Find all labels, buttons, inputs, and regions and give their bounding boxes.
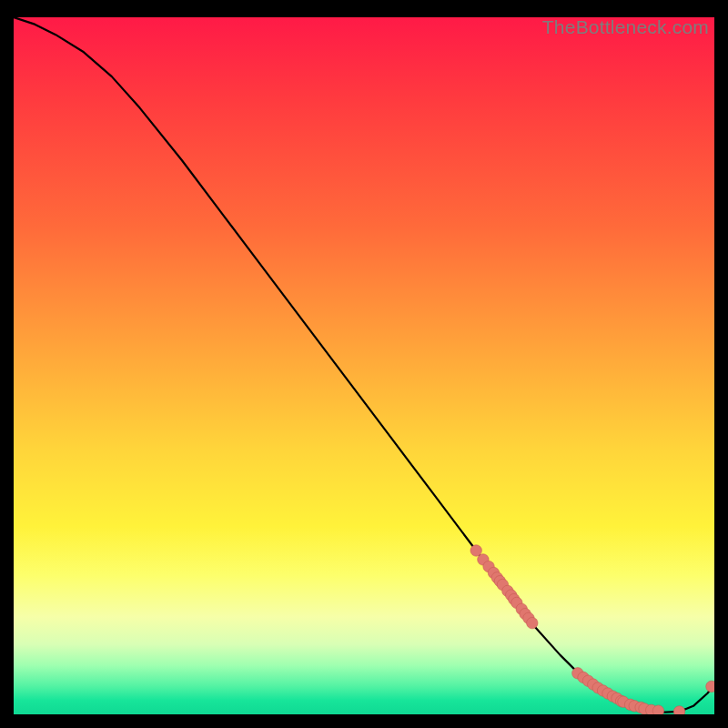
- chart-frame: TheBottleneck.com: [0, 0, 728, 728]
- chart-svg: [14, 17, 714, 714]
- data-point: [527, 617, 538, 628]
- data-points: [470, 545, 714, 714]
- data-point: [652, 705, 663, 714]
- data-point: [706, 681, 714, 692]
- plot-area: TheBottleneck.com: [14, 17, 714, 714]
- data-point: [470, 545, 481, 556]
- data-point: [673, 706, 684, 714]
- bottleneck-curve: [14, 17, 714, 713]
